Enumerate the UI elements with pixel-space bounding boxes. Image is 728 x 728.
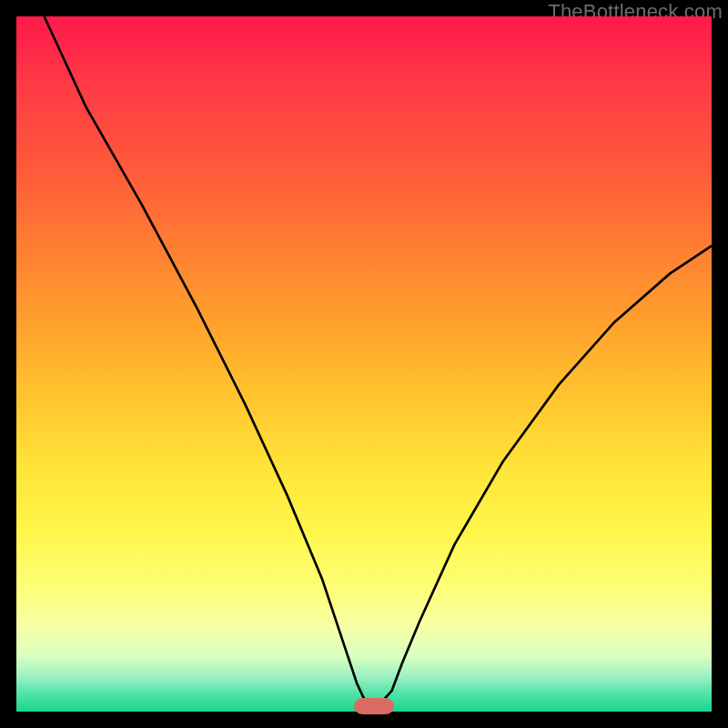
bottleneck-curve bbox=[45, 16, 712, 706]
min-marker bbox=[354, 698, 394, 714]
chart-stage: TheBottleneck.com bbox=[0, 0, 728, 728]
curve-svg bbox=[16, 16, 712, 712]
plot-area bbox=[16, 16, 712, 712]
